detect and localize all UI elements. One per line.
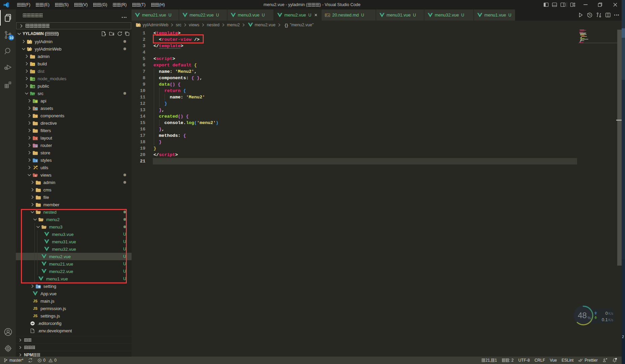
svg-text:0: 0	[605, 311, 608, 316]
svg-text:48: 48	[578, 311, 587, 320]
svg-text:K/s: K/s	[608, 312, 613, 315]
svg-text:K/s: K/s	[608, 318, 613, 322]
svg-text:%: %	[588, 316, 591, 320]
svg-text:0.1: 0.1	[602, 317, 608, 322]
